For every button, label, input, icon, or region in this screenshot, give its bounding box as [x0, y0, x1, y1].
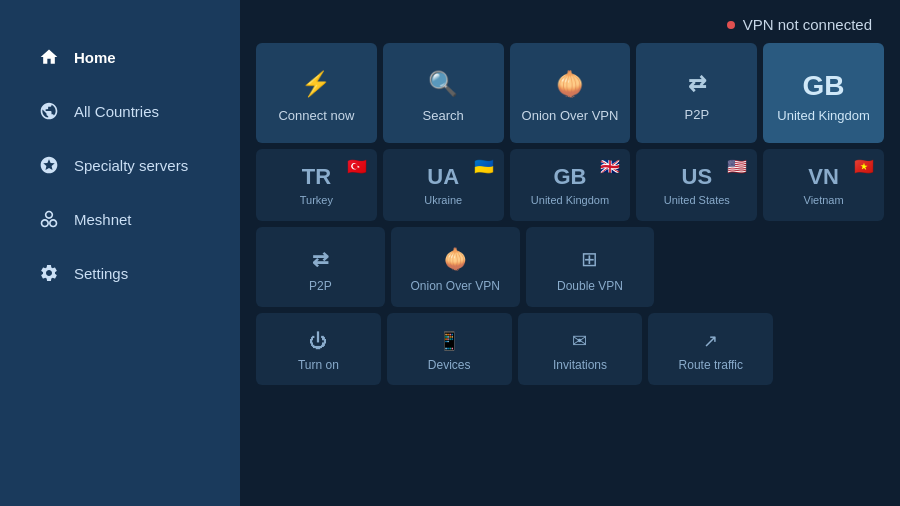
sidebar-item-meshnet[interactable]: Meshnet [8, 194, 232, 244]
turkey-tile[interactable]: 🇹🇷 TR Turkey [256, 149, 377, 221]
onion-specialty-icon: 🧅 [443, 247, 468, 271]
route-traffic-tile[interactable]: ↗ Route traffic [648, 313, 773, 385]
turkey-code: TR [302, 164, 331, 190]
sidebar-specialty-label: Specialty servers [74, 157, 188, 174]
turkey-flag-icon: 🇹🇷 [347, 157, 367, 176]
double-vpn-icon: ⊞ [581, 247, 598, 271]
specialty-empty-2 [775, 227, 884, 307]
p2p-label: P2P [685, 107, 710, 122]
sidebar-settings-label: Settings [74, 265, 128, 282]
p2p-tile[interactable]: ⇄ P2P [636, 43, 757, 143]
p2p-specialty-tile[interactable]: ⇄ P2P [256, 227, 385, 307]
lightning-icon: ⚡ [301, 70, 331, 98]
meshnet-row: ⏻ Turn on 📱 Devices ✉ Invitations ↗ Rout… [240, 313, 900, 385]
search-tile[interactable]: 🔍 Search [383, 43, 504, 143]
double-vpn-label: Double VPN [557, 279, 623, 293]
vpn-status: VPN not connected [727, 16, 872, 33]
vpn-status-text: VPN not connected [743, 16, 872, 33]
meshnet-icon [38, 208, 60, 230]
uk-name: United Kingdom [531, 194, 609, 206]
onion-icon: 🧅 [555, 70, 585, 98]
ukraine-code: UA [427, 164, 459, 190]
globe-icon [38, 100, 60, 122]
home-icon [38, 46, 60, 68]
sidebar-all-countries-label: All Countries [74, 103, 159, 120]
sidebar: Home All Countries Specialty servers Mes… [0, 0, 240, 506]
status-dot-icon [727, 21, 735, 29]
us-tile[interactable]: 🇺🇸 US United States [636, 149, 757, 221]
specialty-icon [38, 154, 60, 176]
gb-code: GB [803, 70, 845, 102]
uk-label: United Kingdom [777, 108, 870, 123]
p2p-specialty-label: P2P [309, 279, 332, 293]
sidebar-item-home[interactable]: Home [8, 32, 232, 82]
power-icon: ⏻ [309, 331, 327, 352]
quick-actions-row: ⚡ Connect now 🔍 Search 🧅 Onion Over VPN … [240, 43, 900, 143]
header: VPN not connected [240, 0, 900, 43]
sidebar-item-specialty-servers[interactable]: Specialty servers [8, 140, 232, 190]
main-content: VPN not connected ⚡ Connect now 🔍 Search… [240, 0, 900, 506]
meshnet-empty [779, 313, 884, 385]
devices-tile[interactable]: 📱 Devices [387, 313, 512, 385]
uk-code: GB [553, 164, 586, 190]
vn-code: VN [808, 164, 839, 190]
settings-icon [38, 262, 60, 284]
search-label: Search [423, 108, 464, 123]
uk-flag-icon: 🇬🇧 [600, 157, 620, 176]
uk-tile2[interactable]: 🇬🇧 GB United Kingdom [510, 149, 631, 221]
route-traffic-icon: ↗ [703, 330, 718, 352]
invitations-icon: ✉ [572, 330, 587, 352]
turn-on-label: Turn on [298, 358, 339, 372]
onion-label: Onion Over VPN [522, 108, 619, 123]
us-code: US [682, 164, 713, 190]
p2p-specialty-icon: ⇄ [312, 247, 329, 271]
vietnam-tile[interactable]: 🇻🇳 VN Vietnam [763, 149, 884, 221]
double-vpn-tile[interactable]: ⊞ Double VPN [526, 227, 655, 307]
sidebar-item-all-countries[interactable]: All Countries [8, 86, 232, 136]
connect-now-tile[interactable]: ⚡ Connect now [256, 43, 377, 143]
onion-specialty-label: Onion Over VPN [411, 279, 500, 293]
invitations-tile[interactable]: ✉ Invitations [518, 313, 643, 385]
route-traffic-label: Route traffic [679, 358, 743, 372]
specialty-row: ⇄ P2P 🧅 Onion Over VPN ⊞ Double VPN [240, 227, 900, 307]
vn-name: Vietnam [804, 194, 844, 206]
sidebar-meshnet-label: Meshnet [74, 211, 132, 228]
vietnam-flag-icon: 🇻🇳 [854, 157, 874, 176]
recent-servers-row: 🇹🇷 TR Turkey 🇺🇦 UA Ukraine 🇬🇧 GB United … [240, 149, 900, 221]
ukraine-flag-icon: 🇺🇦 [474, 157, 494, 176]
ukraine-tile[interactable]: 🇺🇦 UA Ukraine [383, 149, 504, 221]
p2p-icon: ⇄ [688, 71, 706, 97]
specialty-empty-1 [660, 227, 769, 307]
devices-label: Devices [428, 358, 471, 372]
onion-over-vpn-tile[interactable]: 🧅 Onion Over VPN [510, 43, 631, 143]
sidebar-item-settings[interactable]: Settings [8, 248, 232, 298]
turn-on-tile[interactable]: ⏻ Turn on [256, 313, 381, 385]
turkey-name: Turkey [300, 194, 333, 206]
search-icon: 🔍 [428, 70, 458, 98]
invitations-label: Invitations [553, 358, 607, 372]
us-flag-icon: 🇺🇸 [727, 157, 747, 176]
us-name: United States [664, 194, 730, 206]
sidebar-home-label: Home [74, 49, 116, 66]
ukraine-name: Ukraine [424, 194, 462, 206]
united-kingdom-tile[interactable]: GB United Kingdom [763, 43, 884, 143]
onion-specialty-tile[interactable]: 🧅 Onion Over VPN [391, 227, 520, 307]
connect-now-label: Connect now [278, 108, 354, 123]
devices-icon: 📱 [438, 330, 460, 352]
